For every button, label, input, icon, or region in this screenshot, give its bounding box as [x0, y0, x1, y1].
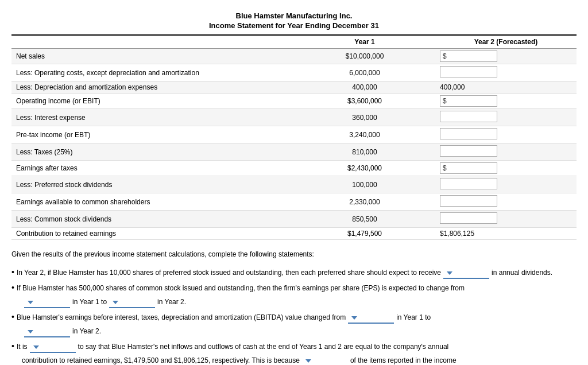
table-row-year1-8: 100,000 — [294, 176, 435, 193]
dollar-sign-0: $ — [443, 52, 447, 60]
q2-dropdown-2[interactable] — [109, 298, 155, 308]
table-row-label-7: Earnings after taxes — [11, 161, 294, 176]
table-row-label-8: Less: Preferred stock dividends — [11, 176, 294, 193]
table-row-year2-10[interactable] — [435, 211, 577, 228]
year2-dollar-input-0[interactable]: $ — [440, 51, 497, 62]
q2-text-1: If Blue Hamster has 500,000 shares of co… — [17, 282, 465, 295]
table-row-year1-2: 400,000 — [294, 81, 435, 94]
table-row-label-5: Pre-tax income (or EBT) — [11, 126, 294, 143]
table-row-label-10: Less: Common stock dividends — [11, 211, 294, 228]
table-row-year2-6[interactable] — [435, 143, 577, 161]
q4-text-1: It is — [17, 341, 28, 354]
year2-text-input-9[interactable] — [440, 195, 497, 207]
q4-text-2: to say that Blue Hamster's net inflows a… — [78, 341, 449, 354]
question-4-line2: contribution to retained earnings, $1,47… — [22, 355, 577, 365]
table-row-year1-3: $3,600,000 — [294, 94, 435, 109]
bullet-3: • — [11, 310, 14, 324]
q3-dropdown-2[interactable] — [24, 327, 70, 337]
table-row-year2-11: $1,806,125 — [435, 228, 577, 240]
q4-text-3: contribution to retained earnings, $1,47… — [22, 355, 300, 365]
table-row-year2-5[interactable] — [435, 126, 577, 143]
q2-text-3: in Year 2. — [157, 296, 186, 309]
col-header-year1: Year 1 — [294, 35, 435, 49]
col-header-label — [11, 35, 294, 49]
table-row-label-0: Net sales — [11, 49, 294, 64]
q3-text-1: Blue Hamster's earnings before interest,… — [17, 312, 346, 324]
table-row-year2-7[interactable]: $ — [435, 161, 577, 176]
year2-text-input-4[interactable] — [440, 111, 497, 122]
year2-text-input-6[interactable] — [440, 145, 497, 157]
year2-text-input-5[interactable] — [440, 128, 497, 139]
q3-text-3: in Year 2. — [72, 325, 101, 338]
table-row-year2-0[interactable]: $ — [435, 49, 577, 64]
q2-dropdown-1-arrow[interactable] — [28, 301, 33, 304]
table-row-year1-7: $2,430,000 — [294, 161, 435, 176]
question-1: • In Year 2, if Blue Hamster has 10,000 … — [11, 265, 577, 279]
table-row-label-11: Contribution to retained earnings — [11, 228, 294, 240]
table-row-year1-6: 810,000 — [294, 143, 435, 161]
year2-dollar-input-7[interactable]: $ — [440, 162, 497, 174]
q1-text-2: in annual dividends. — [492, 267, 552, 279]
bullet-4: • — [11, 339, 14, 354]
q3-dropdown-1-arrow[interactable] — [351, 316, 357, 320]
q2-dropdown-2-arrow[interactable] — [113, 301, 118, 304]
statement-title: Income Statement for Year Ending Decembe… — [11, 21, 577, 30]
income-statement-table: Year 1 Year 2 (Forecasted) Net sales$10,… — [11, 34, 577, 240]
table-row-label-3: Operating income (or EBIT) — [11, 94, 294, 109]
q1-text-1: In Year 2, if Blue Hamster has 10,000 sh… — [17, 267, 441, 279]
table-row-year1-9: 2,330,000 — [294, 193, 435, 211]
q3-dropdown-1[interactable] — [348, 313, 394, 324]
table-row-year2-9[interactable] — [435, 193, 577, 211]
intro-text: Given the results of the previous income… — [11, 250, 577, 258]
question-4: • It is to say that Blue Hamster's net i… — [11, 339, 577, 354]
table-row-year1-0: $10,000,000 — [294, 49, 435, 64]
q1-dropdown[interactable] — [443, 269, 489, 279]
table-row-year2-3[interactable]: $ — [435, 94, 577, 109]
q4-dropdown-2-arrow[interactable] — [305, 359, 311, 363]
dollar-sign-7: $ — [443, 164, 447, 172]
table-row-year1-5: 3,240,000 — [294, 126, 435, 143]
q4-dropdown-2[interactable] — [302, 356, 348, 365]
table-row-year1-10: 850,500 — [294, 211, 435, 228]
dollar-sign-3: $ — [443, 97, 447, 105]
year2-text-input-8[interactable] — [440, 178, 497, 189]
q4-text-4: of the items reported in the income — [350, 355, 457, 365]
table-row-label-9: Earnings available to common shareholder… — [11, 193, 294, 211]
col-header-year2: Year 2 (Forecasted) — [435, 35, 577, 49]
q3-text-2: in Year 1 to — [396, 312, 431, 324]
q3-dropdown-2-arrow[interactable] — [28, 330, 33, 333]
table-row-label-1: Less: Operating costs, except depreciati… — [11, 64, 294, 81]
table-row-year2-8[interactable] — [435, 176, 577, 193]
questions-section: • In Year 2, if Blue Hamster has 10,000 … — [11, 265, 577, 365]
year2-text-input-10[interactable] — [440, 212, 497, 224]
table-row-year1-11: $1,479,500 — [294, 228, 435, 240]
q4-dropdown-1-arrow[interactable] — [33, 345, 39, 349]
question-2-cont: in Year 1 to in Year 2. — [22, 296, 577, 309]
bullet-2: • — [11, 281, 14, 295]
table-row-label-2: Less: Depreciation and amortization expe… — [11, 81, 294, 94]
table-row-year1-4: 360,000 — [294, 109, 435, 126]
question-3-cont: in Year 2. — [22, 325, 577, 338]
bullet-1: • — [11, 265, 14, 279]
year2-text-input-1[interactable] — [440, 66, 497, 77]
company-title: Blue Hamster Manufacturing Inc. — [11, 11, 577, 20]
table-row-year2-2: 400,000 — [435, 81, 577, 94]
q2-text-2: in Year 1 to — [72, 296, 107, 309]
q2-dropdown-1[interactable] — [24, 298, 70, 308]
table-row-label-4: Less: Interest expense — [11, 109, 294, 126]
table-row-year1-1: 6,000,000 — [294, 64, 435, 81]
year2-dollar-input-3[interactable]: $ — [440, 95, 497, 107]
table-row-label-6: Less: Taxes (25%) — [11, 143, 294, 161]
q1-dropdown-arrow[interactable] — [447, 271, 452, 275]
q4-dropdown-1[interactable] — [30, 343, 76, 353]
question-3: • Blue Hamster's earnings before interes… — [11, 310, 577, 324]
question-2: • If Blue Hamster has 500,000 shares of … — [11, 281, 577, 295]
table-row-year2-1[interactable] — [435, 64, 577, 81]
table-row-year2-4[interactable] — [435, 109, 577, 126]
